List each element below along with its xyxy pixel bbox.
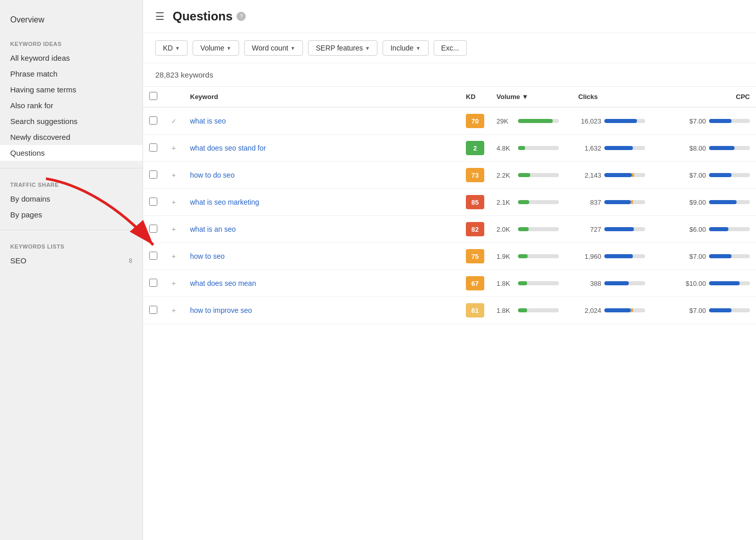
keyword-link[interactable]: what is seo xyxy=(190,117,226,125)
sidebar-item-all-keyword-ideas[interactable]: All keyword ideas xyxy=(0,50,143,66)
table-row: +how to seo751.9K1,960$7.00 xyxy=(143,243,756,270)
sidebar-item-also-rank-for[interactable]: Also rank for xyxy=(0,97,143,113)
cpc-value: $10.00 xyxy=(686,280,706,287)
keyword-link[interactable]: how to do seo xyxy=(190,171,234,179)
filter-volume-button[interactable]: Volume ▼ xyxy=(193,40,239,56)
filter-include-label: Include xyxy=(390,44,413,52)
volume-bar-fill xyxy=(518,227,529,231)
hamburger-icon[interactable]: ☰ xyxy=(155,10,164,22)
cpc-bar-container: $7.00 xyxy=(670,171,750,179)
cpc-bar-wrap xyxy=(709,119,750,123)
row-checkbox[interactable] xyxy=(149,279,157,287)
table-row: +what is an seo822.0K727$6.00 xyxy=(143,216,756,243)
sidebar-item-newly-discovered[interactable]: Newly discovered xyxy=(0,129,143,145)
col-action xyxy=(163,87,184,107)
page-title: Questions xyxy=(173,9,232,23)
select-all-checkbox[interactable] xyxy=(149,92,157,100)
volume-bar-container: 2.0K xyxy=(497,226,566,233)
cpc-bar-wrap xyxy=(709,146,750,150)
clicks-bar-fill xyxy=(604,227,634,231)
sidebar-item-by-domains[interactable]: By domains xyxy=(0,191,143,207)
filter-word-count-button[interactable]: Word count ▼ xyxy=(244,40,303,56)
cpc-bar-fill xyxy=(709,227,728,231)
sidebar-item-questions[interactable]: Questions xyxy=(0,145,143,161)
volume-bar-fill xyxy=(518,281,527,285)
keyword-link[interactable]: what does seo stand for xyxy=(190,144,266,152)
clicks-bar-fill2 xyxy=(631,308,633,312)
sidebar-item-having-same-terms[interactable]: Having same terms xyxy=(0,82,143,97)
keywords-count: 28,823 keywords xyxy=(143,63,756,87)
sidebar-item-by-pages[interactable]: By pages xyxy=(0,207,143,223)
keyword-link[interactable]: what does seo mean xyxy=(190,279,256,287)
row-checkbox[interactable] xyxy=(149,306,157,314)
add-icon[interactable]: + xyxy=(170,171,178,179)
clicks-value: 727 xyxy=(578,226,601,233)
volume-bar-container: 2.2K xyxy=(497,171,566,179)
filter-include-button[interactable]: Include ▼ xyxy=(383,40,428,56)
row-checkbox[interactable] xyxy=(149,252,157,260)
sidebar-item-search-suggestions[interactable]: Search suggestions xyxy=(0,113,143,129)
row-checkbox[interactable] xyxy=(149,170,157,179)
col-kd[interactable]: KD xyxy=(460,87,490,107)
col-volume[interactable]: Volume ▼ xyxy=(490,87,572,107)
main-header: ☰ Questions ? xyxy=(143,0,756,33)
filter-serp-label: SERP features xyxy=(316,44,363,52)
add-icon[interactable]: + xyxy=(170,252,178,260)
table-row: +what does seo mean671.8K388$10.00 xyxy=(143,270,756,297)
sidebar-list-item-label: SEO xyxy=(10,256,27,265)
filter-serp-features-button[interactable]: SERP features ▼ xyxy=(308,40,377,56)
keyword-link[interactable]: what is seo marketing xyxy=(190,198,259,206)
cpc-bar-fill xyxy=(709,119,731,123)
cpc-bar-fill xyxy=(709,200,737,204)
clicks-bar-wrap xyxy=(604,254,645,258)
add-icon[interactable]: + xyxy=(170,306,178,314)
help-icon[interactable]: ? xyxy=(237,12,246,21)
clicks-bar-fill xyxy=(604,119,637,123)
volume-bar-fill xyxy=(518,173,530,177)
sidebar-divider-2 xyxy=(0,230,143,230)
add-icon[interactable]: + xyxy=(170,279,178,287)
row-checkbox[interactable] xyxy=(149,143,157,152)
clicks-bar-fill xyxy=(604,173,632,177)
add-icon[interactable]: + xyxy=(170,198,178,206)
add-icon[interactable]: + xyxy=(170,144,178,152)
col-keyword[interactable]: Keyword xyxy=(184,87,460,107)
cpc-value: $7.00 xyxy=(689,307,706,314)
keyword-link[interactable]: how to improve seo xyxy=(190,306,252,314)
clicks-bar-container: 727 xyxy=(578,226,658,233)
clicks-bar-wrap xyxy=(604,119,645,123)
clicks-bar-fill2 xyxy=(632,173,634,177)
sidebar-item-overview[interactable]: Overview xyxy=(0,10,143,35)
add-icon[interactable]: + xyxy=(170,225,178,233)
sidebar-item-seo-list[interactable]: SEO 8 xyxy=(0,253,143,268)
table-body: ✓what is seo7029K16,023$7.00+what does s… xyxy=(143,107,756,324)
filter-kd-button[interactable]: KD ▼ xyxy=(155,40,187,56)
chevron-down-icon: ▼ xyxy=(416,45,421,51)
filter-kd-label: KD xyxy=(163,44,173,52)
clicks-bar-container: 2,024 xyxy=(578,307,658,314)
keywords-count-text: 28,823 keywords xyxy=(155,70,213,79)
clicks-bar-fill xyxy=(604,281,629,285)
row-checkbox[interactable] xyxy=(149,225,157,233)
cpc-bar-wrap xyxy=(709,281,750,285)
sidebar-item-phrase-match[interactable]: Phrase match xyxy=(0,66,143,82)
clicks-bar-fill xyxy=(604,146,633,150)
keyword-link[interactable]: how to seo xyxy=(190,252,225,260)
col-clicks[interactable]: Clicks xyxy=(572,87,664,107)
row-checkbox[interactable] xyxy=(149,198,157,206)
col-checkbox xyxy=(143,87,163,107)
cpc-bar-container: $7.00 xyxy=(670,253,750,260)
cpc-bar-wrap xyxy=(709,308,750,312)
table-row: +what does seo stand for24.8K1,632$8.00 xyxy=(143,135,756,162)
clicks-value: 837 xyxy=(578,199,601,206)
cpc-value: $9.00 xyxy=(689,199,706,206)
volume-value: 4.8K xyxy=(497,144,515,152)
col-cpc[interactable]: CPC xyxy=(664,87,756,107)
filter-word-count-label: Word count xyxy=(252,44,288,52)
filter-exclude-label: Exc... xyxy=(441,44,459,52)
table-row: +how to do seo732.2K2,143$7.00 xyxy=(143,162,756,189)
keyword-link[interactable]: what is an seo xyxy=(190,225,236,233)
cpc-value: $7.00 xyxy=(689,117,706,125)
row-checkbox[interactable] xyxy=(149,116,157,125)
filter-exclude-button[interactable]: Exc... xyxy=(434,40,467,56)
